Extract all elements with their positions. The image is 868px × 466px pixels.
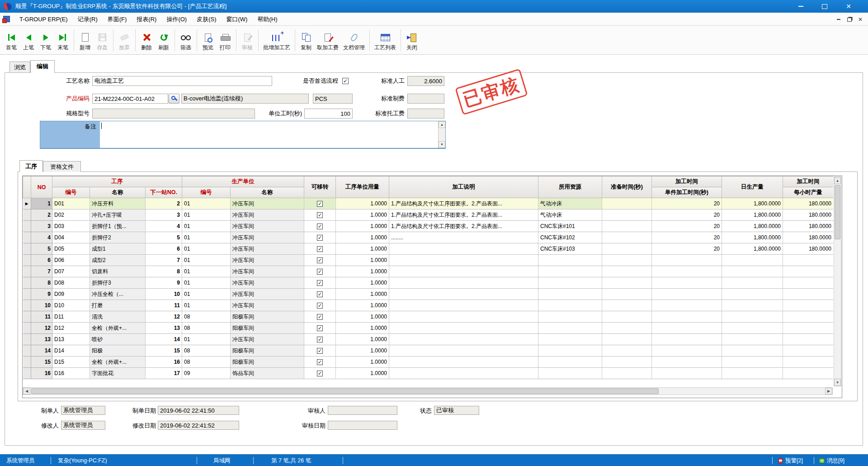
- cell-movable[interactable]: ✓: [304, 209, 336, 221]
- menu-item[interactable]: 窗口(W): [222, 13, 253, 26]
- cell-no[interactable]: 12: [31, 323, 52, 334]
- cell-no[interactable]: 3: [31, 221, 52, 232]
- cell-name[interactable]: 切废料: [90, 266, 146, 277]
- cell-prep[interactable]: [602, 300, 652, 311]
- cell-movable[interactable]: ✓: [304, 300, 336, 311]
- movable-checkbox[interactable]: ✓: [317, 291, 323, 297]
- cell-next[interactable]: 16: [146, 357, 182, 368]
- cell-hourly[interactable]: [783, 277, 834, 289]
- cell-unit-name[interactable]: 冲压车间: [231, 277, 304, 289]
- row-selector-cell[interactable]: [23, 311, 31, 323]
- group-proc-time2-header[interactable]: 加工时间: [783, 176, 834, 187]
- batch-add-process-button[interactable]: 批增加工艺: [261, 28, 292, 53]
- movable-checkbox[interactable]: ✓: [317, 303, 323, 309]
- table-row[interactable]: ▶1D01冲压开料201冲压车间✓1.00001.产品结构及尺寸依工序图要求。2…: [23, 198, 834, 209]
- col-unit-code-header[interactable]: 编号: [182, 187, 231, 198]
- group-unit-header[interactable]: 生产单位: [182, 176, 304, 187]
- horizontal-scrollbar[interactable]: ◀ ▶: [23, 387, 833, 395]
- tab-process-steps[interactable]: 工序: [19, 160, 43, 172]
- cell-no[interactable]: 13: [31, 334, 52, 345]
- cell-prep[interactable]: [602, 323, 652, 334]
- scroll-right-icon[interactable]: ▶: [825, 388, 832, 395]
- row-selector-cell[interactable]: [23, 300, 31, 311]
- cell-usage[interactable]: 1.0000: [336, 277, 389, 289]
- row-selector-cell[interactable]: [23, 232, 31, 243]
- table-row[interactable]: 13D13喷砂1401冲压车间✓1.0000: [23, 334, 834, 345]
- cell-daily[interactable]: [722, 345, 783, 357]
- cell-unit-code[interactable]: 01: [182, 334, 231, 345]
- movable-checkbox[interactable]: ✓: [317, 223, 323, 229]
- cell-usage[interactable]: 1.0000: [336, 209, 389, 221]
- cell-code[interactable]: D11: [52, 311, 90, 323]
- cell-daily[interactable]: [722, 277, 783, 289]
- minimize-button[interactable]: [793, 1, 809, 11]
- cell-hourly[interactable]: [783, 266, 834, 277]
- cell-usage[interactable]: 1.0000: [336, 323, 389, 334]
- cell-prep[interactable]: [602, 345, 652, 357]
- table-row[interactable]: 10D10打磨1101冲压车间✓1.0000: [23, 300, 834, 311]
- cell-hourly[interactable]: 180.0000: [783, 221, 834, 232]
- cell-no[interactable]: 2: [31, 209, 52, 221]
- cell-desc[interactable]: [389, 311, 538, 323]
- row-selector-cell[interactable]: [23, 277, 31, 289]
- cell-resource[interactable]: [538, 368, 602, 379]
- cell-unit-code[interactable]: 08: [182, 345, 231, 357]
- tab-qualification-files[interactable]: 资格文件: [43, 161, 81, 172]
- col-name-header[interactable]: 名称: [90, 187, 146, 198]
- tab-browse[interactable]: 浏览: [9, 62, 30, 72]
- cell-daily[interactable]: 1,800.0000: [722, 243, 783, 255]
- table-row[interactable]: 9D09冲压全检（...1001冲压车间✓1.0000: [23, 289, 834, 300]
- cell-resource[interactable]: [538, 323, 602, 334]
- cell-unit-time[interactable]: [652, 334, 722, 345]
- cell-no[interactable]: 10: [31, 300, 52, 311]
- cell-next[interactable]: 6: [146, 243, 182, 255]
- cell-name[interactable]: 冲孔+压字唛: [90, 209, 146, 221]
- mdi-minimize-button[interactable]: [834, 16, 843, 23]
- cell-movable[interactable]: ✓: [304, 311, 336, 323]
- cell-prep[interactable]: [602, 232, 652, 243]
- cell-no[interactable]: 14: [31, 345, 52, 357]
- cell-unit-name[interactable]: 阳极车间: [231, 345, 304, 357]
- cell-code[interactable]: D14: [52, 345, 90, 357]
- cell-prep[interactable]: [602, 368, 652, 379]
- menu-item[interactable]: T-GROUP ERP(E): [14, 13, 73, 26]
- standard-outsource-fee-input[interactable]: [407, 109, 444, 119]
- cell-resource[interactable]: [538, 311, 602, 323]
- unit-work-time-input[interactable]: [304, 109, 353, 119]
- cell-name[interactable]: 打磨: [90, 300, 146, 311]
- col-unit-proc-time-header[interactable]: 单件加工时间(秒): [652, 187, 722, 198]
- col-hourly-output-header[interactable]: 每小时产量: [783, 187, 834, 198]
- first-record-button[interactable]: 首笔: [3, 28, 20, 53]
- movable-checkbox[interactable]: ✓: [317, 269, 323, 275]
- cell-usage[interactable]: 1.0000: [336, 243, 389, 255]
- cell-hourly[interactable]: 180.0000: [783, 198, 834, 209]
- process-list-button[interactable]: 工艺列表: [372, 28, 398, 53]
- refresh-button[interactable]: 刷新: [155, 28, 172, 53]
- table-row[interactable]: 8D08折脚仔3901冲压车间✓1.0000: [23, 277, 834, 289]
- row-selector-cell[interactable]: [23, 289, 31, 300]
- cell-hourly[interactable]: [783, 357, 834, 368]
- mdi-close-button[interactable]: ✕: [856, 16, 865, 23]
- cell-next[interactable]: 17: [146, 368, 182, 379]
- cell-desc[interactable]: 1.产品结构及尺寸依工序图要求。2.产品表面...: [389, 198, 538, 209]
- document-management-button[interactable]: 文档管理: [341, 28, 367, 53]
- movable-checkbox[interactable]: ✓: [317, 201, 323, 207]
- cell-name[interactable]: 字面批花: [90, 368, 146, 379]
- cell-code[interactable]: D07: [52, 266, 90, 277]
- col-code-header[interactable]: 编号: [52, 187, 90, 198]
- cell-desc[interactable]: [389, 277, 538, 289]
- delete-button[interactable]: 删除: [138, 28, 155, 53]
- cell-movable[interactable]: ✓: [304, 345, 336, 357]
- cell-unit-code[interactable]: 01: [182, 243, 231, 255]
- cell-prep[interactable]: [602, 198, 652, 209]
- cell-desc[interactable]: [389, 243, 538, 255]
- menu-item[interactable]: 界面(F): [103, 13, 132, 26]
- cell-name[interactable]: 成型1: [90, 243, 146, 255]
- cell-desc[interactable]: [389, 266, 538, 277]
- cell-unit-code[interactable]: 08: [182, 357, 231, 368]
- cell-daily[interactable]: [722, 323, 783, 334]
- cell-daily[interactable]: [722, 255, 783, 266]
- cell-unit-time[interactable]: 20: [652, 209, 722, 221]
- cell-resource[interactable]: [538, 266, 602, 277]
- cell-code[interactable]: D05: [52, 243, 90, 255]
